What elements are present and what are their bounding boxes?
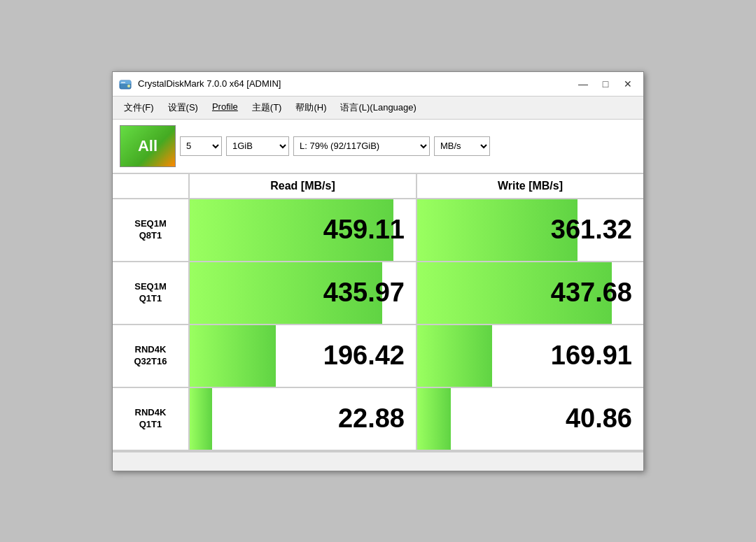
- row-label-line2: Q1T1: [139, 419, 162, 431]
- write-cell-0: 361.32: [417, 199, 643, 261]
- write-header: Write [MB/s]: [417, 174, 643, 198]
- write-value-0: 361.32: [551, 215, 632, 245]
- row-label-line1: SEQ1M: [134, 281, 167, 293]
- svg-point-2: [127, 85, 130, 87]
- write-value-1: 437.68: [551, 278, 632, 308]
- row-label-line2: Q1T1: [139, 293, 162, 305]
- table-row: RND4K Q32T16 196.42 169.91: [113, 325, 643, 388]
- window-controls: — □ ✕: [573, 76, 638, 92]
- minimize-button[interactable]: —: [573, 76, 593, 92]
- read-bar-3: [190, 388, 212, 450]
- menu-help[interactable]: 帮助(H): [290, 99, 332, 116]
- close-button[interactable]: ✕: [618, 76, 638, 92]
- read-cell-3: 22.88: [190, 388, 417, 450]
- maximize-button[interactable]: □: [596, 76, 615, 92]
- read-cell-2: 196.42: [190, 325, 417, 387]
- menu-language[interactable]: 语言(L)(Language): [335, 99, 421, 116]
- read-cell-0: 459.11: [190, 199, 417, 261]
- table-row: SEQ1M Q1T1 435.97 437.68: [113, 262, 643, 325]
- title-bar: CrystalDiskMark 7.0.0 x64 [ADMIN] — □ ✕: [113, 72, 643, 97]
- read-value-2: 196.42: [323, 341, 405, 371]
- read-value-1: 435.97: [323, 278, 405, 308]
- data-rows-container: SEQ1M Q8T1 459.11 361.32 SEQ1M Q1T1 435.…: [113, 199, 643, 451]
- all-button[interactable]: All: [120, 125, 176, 167]
- read-header: Read [MB/s]: [190, 174, 417, 198]
- row-label-line1: RND4K: [135, 344, 167, 356]
- table-row: SEQ1M Q8T1 459.11 361.32: [113, 199, 643, 262]
- row-label-3: RND4K Q1T1: [113, 388, 190, 450]
- svg-rect-3: [121, 82, 125, 83]
- status-bar: [113, 451, 643, 471]
- toolbar: All 5 1 3 10 1GiB 512MiB 256MiB 4GiB L: …: [113, 120, 643, 174]
- main-window: CrystalDiskMark 7.0.0 x64 [ADMIN] — □ ✕ …: [112, 71, 644, 471]
- app-icon: [118, 77, 132, 91]
- write-cell-1: 437.68: [417, 262, 643, 324]
- read-cell-1: 435.97: [190, 262, 417, 324]
- size-select[interactable]: 1GiB 512MiB 256MiB 4GiB: [226, 136, 289, 156]
- write-cell-2: 169.91: [417, 325, 643, 387]
- row-label-line2: Q8T1: [139, 230, 162, 242]
- menu-theme[interactable]: 主题(T): [246, 99, 288, 116]
- read-bar-2: [190, 325, 276, 387]
- menu-bar: 文件(F) 设置(S) Profile 主题(T) 帮助(H) 语言(L)(La…: [113, 97, 643, 120]
- drive-select[interactable]: L: 79% (92/117GiB): [293, 136, 430, 156]
- table-row: RND4K Q1T1 22.88 40.86: [113, 388, 643, 451]
- row-label-2: RND4K Q32T16: [113, 325, 190, 387]
- write-cell-3: 40.86: [417, 388, 643, 450]
- results-table: Read [MB/s] Write [MB/s] SEQ1M Q8T1 459.…: [113, 174, 643, 451]
- write-bar-3: [417, 388, 451, 450]
- row-label-0: SEQ1M Q8T1: [113, 199, 190, 261]
- unit-select[interactable]: MB/s GB/s IOPS: [434, 136, 490, 156]
- row-label-1: SEQ1M Q1T1: [113, 262, 190, 324]
- header-label-cell: [113, 174, 190, 198]
- row-label-line1: RND4K: [135, 407, 167, 419]
- menu-profile[interactable]: Profile: [206, 99, 244, 116]
- read-value-3: 22.88: [338, 404, 405, 434]
- runs-select[interactable]: 5 1 3 10: [180, 136, 222, 156]
- menu-settings[interactable]: 设置(S): [162, 99, 204, 116]
- write-bar-2: [417, 325, 492, 387]
- row-label-line1: SEQ1M: [134, 218, 167, 230]
- window-title: CrystalDiskMark 7.0.0 x64 [ADMIN]: [138, 78, 568, 89]
- read-value-0: 459.11: [323, 215, 405, 245]
- row-label-line2: Q32T16: [134, 356, 167, 368]
- menu-file[interactable]: 文件(F): [118, 99, 160, 116]
- write-value-2: 169.91: [551, 341, 632, 371]
- table-header: Read [MB/s] Write [MB/s]: [113, 174, 643, 199]
- write-value-3: 40.86: [566, 404, 632, 434]
